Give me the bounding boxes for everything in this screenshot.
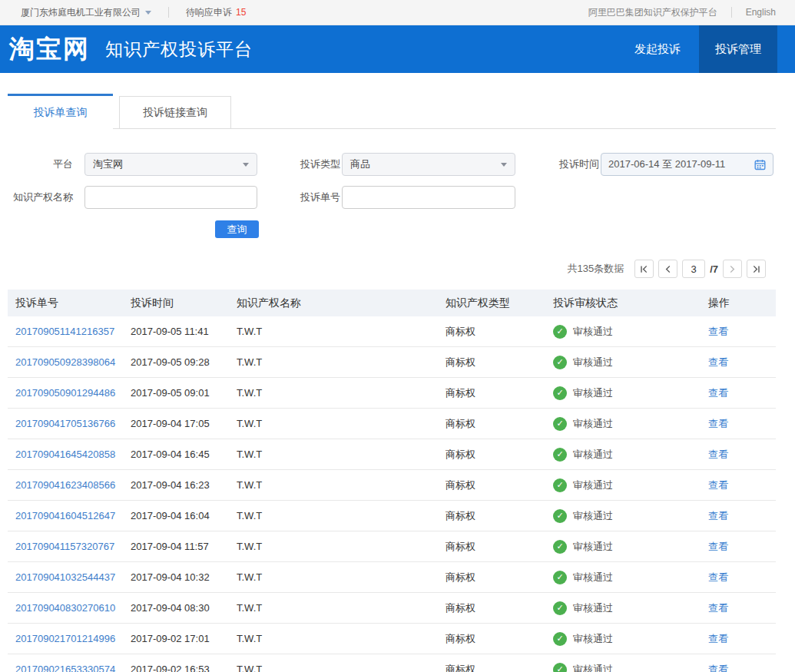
status-approved-icon: ✓: [553, 448, 567, 462]
status-approved-icon: ✓: [553, 663, 567, 672]
ip-name-cell: T.W.T: [237, 541, 446, 552]
calendar-icon: [754, 159, 766, 170]
complaint-id-link[interactable]: 201709041604512647: [15, 510, 115, 521]
ip-type-cell: 商标权: [446, 571, 553, 584]
status-text: 审核通过: [573, 509, 613, 523]
complaint-id-link[interactable]: 201709041645420858: [15, 449, 115, 460]
search-button[interactable]: 查询: [215, 220, 259, 238]
platform-select-value: 淘宝网: [93, 157, 123, 171]
complaint-type-label: 投诉类型: [257, 157, 340, 171]
ip-type-cell: 商标权: [446, 356, 553, 369]
date-range-picker[interactable]: 2017-06-14 至 2017-09-11: [601, 153, 773, 176]
complaint-time-label: 投诉时间: [515, 157, 599, 171]
platform-select[interactable]: 淘宝网: [84, 153, 257, 176]
ip-name-cell: T.W.T: [237, 571, 446, 583]
status-text: 审核通过: [573, 663, 613, 672]
complaint-id-link[interactable]: 201709050901294486: [15, 387, 115, 399]
nav-item-create-complaint[interactable]: 发起投诉: [616, 25, 699, 73]
status-approved-icon: ✓: [553, 540, 567, 554]
view-link[interactable]: 查看: [708, 510, 728, 521]
view-link[interactable]: 查看: [708, 602, 728, 614]
nav-item-complaint-management[interactable]: 投诉管理: [699, 25, 777, 73]
ip-type-cell: 商标权: [446, 632, 553, 646]
view-link[interactable]: 查看: [708, 479, 728, 491]
status-text: 审核通过: [573, 386, 613, 400]
complaint-id-link[interactable]: 201709041157320767: [15, 541, 114, 552]
complaint-time-cell: 2017-09-05 09:28: [131, 356, 237, 368]
chevron-down-icon: [501, 163, 507, 167]
status-approved-icon: ✓: [553, 632, 567, 646]
status-approved-icon: ✓: [553, 386, 567, 400]
ip-type-cell: 商标权: [446, 417, 553, 431]
view-link[interactable]: 查看: [708, 633, 728, 644]
view-link[interactable]: 查看: [708, 418, 728, 429]
table-row: 201709041705136766 2017-09-04 17:05 T.W.…: [8, 409, 776, 439]
view-link[interactable]: 查看: [708, 387, 728, 399]
status-approved-icon: ✓: [553, 509, 567, 523]
complaint-time-cell: 2017-09-05 09:01: [131, 387, 237, 399]
prev-page-button[interactable]: [658, 260, 677, 278]
total-count-text: 共135条数据: [567, 262, 624, 276]
ip-name-cell: T.W.T: [237, 356, 446, 368]
view-link[interactable]: 查看: [708, 356, 728, 368]
table-row: 201709041623408566 2017-09-04 16:23 T.W.…: [8, 470, 776, 501]
complaint-time-cell: 2017-09-04 16:23: [131, 479, 237, 491]
complaint-no-label: 投诉单号: [257, 190, 340, 204]
page-total-text: /7: [710, 263, 718, 275]
ip-name-input[interactable]: [84, 186, 257, 209]
ip-name-label: 知识产权名称: [8, 190, 73, 204]
table-row: 201709041604512647 2017-09-04 16:04 T.W.…: [8, 501, 776, 531]
table-row: 201709051141216357 2017-09-05 11:41 T.W.…: [8, 316, 776, 347]
complaint-id-link[interactable]: 201709041032544437: [15, 571, 115, 583]
table-row: 201709041157320767 2017-09-04 11:57 T.W.…: [8, 531, 776, 562]
complaint-no-input[interactable]: [342, 186, 515, 209]
pending-appeals-label: 待响应申诉: [186, 7, 232, 18]
first-page-button[interactable]: [634, 260, 654, 278]
tab-link-query[interactable]: 投诉链接查询: [119, 96, 231, 128]
chevron-down-icon: [243, 163, 249, 167]
view-link[interactable]: 查看: [708, 571, 728, 583]
ip-type-cell: 商标权: [446, 601, 553, 615]
status-text: 审核通过: [573, 540, 613, 554]
pending-appeals-count: 15: [236, 7, 246, 18]
ip-type-cell: 商标权: [446, 478, 553, 492]
page-number-input[interactable]: [682, 260, 705, 278]
ip-type-cell: 商标权: [446, 509, 553, 523]
table-row: 201709021653330574 2017-09-02 16:53 T.W.…: [8, 654, 776, 672]
col-header-ip-name: 知识产权名称: [237, 296, 446, 310]
complaint-id-link[interactable]: 201709021701214996: [15, 633, 115, 644]
status-text: 审核通过: [573, 356, 613, 369]
complaint-id-link[interactable]: 201709021653330574: [15, 664, 115, 672]
complaint-id-link[interactable]: 201709041705136766: [15, 418, 115, 429]
table-header: 投诉单号 投诉时间 知识产权名称 知识产权类型 投诉审核状态 操作: [8, 290, 776, 316]
table-row: 201709021701214996 2017-09-02 17:01 T.W.…: [8, 624, 776, 654]
complaint-id-link[interactable]: 201709051141216357: [15, 326, 114, 337]
status-text: 审核通过: [573, 478, 613, 492]
tab-complaint-query[interactable]: 投诉单查询: [8, 94, 113, 129]
platform-label: 平台: [8, 157, 73, 171]
next-page-button[interactable]: [723, 260, 742, 278]
col-header-complaint-no: 投诉单号: [15, 296, 131, 310]
table-row: 201709041645420858 2017-09-04 16:45 T.W.…: [8, 439, 776, 470]
ip-name-cell: T.W.T: [237, 479, 446, 491]
platform-home-link[interactable]: 阿里巴巴集团知识产权保护平台: [588, 6, 717, 19]
status-approved-icon: ✓: [553, 478, 567, 492]
view-link[interactable]: 查看: [708, 326, 728, 337]
first-page-icon: [640, 265, 648, 273]
pending-appeals-link[interactable]: 待响应申诉15: [186, 6, 246, 19]
complaint-id-link[interactable]: 201709041623408566: [15, 479, 115, 491]
ip-type-cell: 商标权: [446, 540, 553, 554]
complaint-type-select[interactable]: 商品: [342, 153, 515, 176]
complaint-id-link[interactable]: 201709050928398064: [15, 356, 115, 368]
taobao-logo[interactable]: 淘宝网: [9, 25, 90, 73]
status-approved-icon: ✓: [553, 601, 567, 615]
view-link[interactable]: 查看: [708, 449, 728, 460]
view-link[interactable]: 查看: [708, 541, 728, 552]
pagination: 共135条数据 /7: [8, 260, 766, 278]
view-link[interactable]: 查看: [708, 664, 728, 672]
complaint-id-link[interactable]: 201709040830270610: [15, 602, 115, 614]
table-row: 201709041032544437 2017-09-04 10:32 T.W.…: [8, 562, 776, 593]
last-page-button[interactable]: [747, 260, 766, 278]
language-switch[interactable]: English: [746, 7, 776, 18]
company-switcher[interactable]: 厦门东炜庭电机工业有限公司: [21, 6, 151, 19]
